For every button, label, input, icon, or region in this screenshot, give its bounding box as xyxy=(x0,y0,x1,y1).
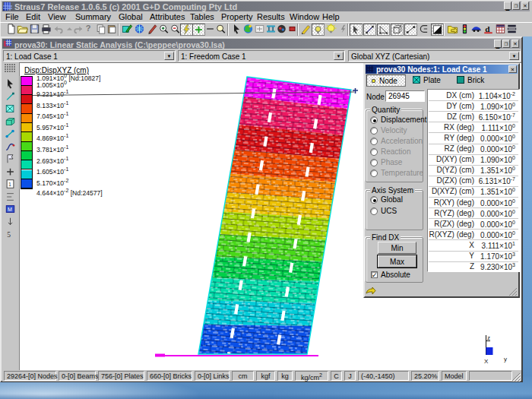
svg-text:z: z xyxy=(487,334,490,341)
svg-text:5: 5 xyxy=(7,230,11,239)
svg-text:y: y xyxy=(504,356,507,363)
svg-text:M: M xyxy=(8,207,12,212)
svg-text:1: 1 xyxy=(8,182,11,187)
svg-text:d: d xyxy=(485,24,490,33)
svg-text:X: X xyxy=(484,358,489,365)
